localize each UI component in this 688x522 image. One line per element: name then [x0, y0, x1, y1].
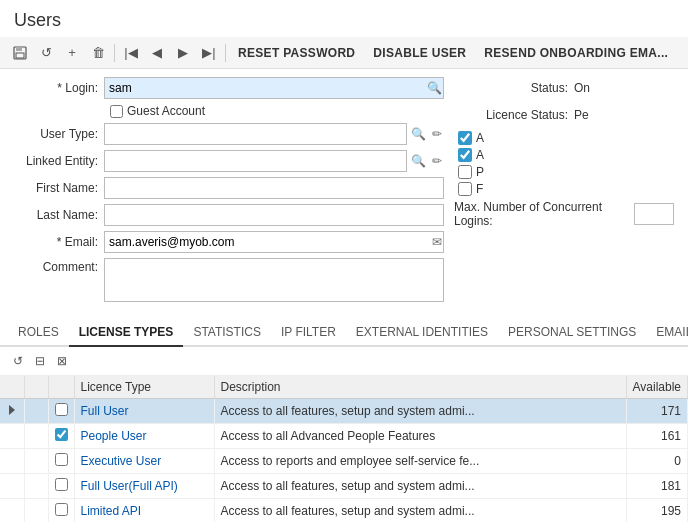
- delete-button[interactable]: 🗑: [86, 41, 110, 64]
- last-name-input[interactable]: [104, 204, 444, 226]
- row-avail-2: 0: [626, 449, 687, 474]
- status-label: Status:: [454, 81, 574, 95]
- table-row[interactable]: People UserAccess to all Advanced People…: [0, 424, 688, 449]
- concurrent-row: Max. Number of Concurrent Logins:: [454, 200, 674, 228]
- add-button[interactable]: +: [60, 41, 84, 64]
- licence-table: Licence Type Description Available Full …: [0, 376, 688, 522]
- save-layout-button[interactable]: ⊟: [30, 351, 50, 371]
- comment-input[interactable]: [104, 258, 444, 302]
- checkbox-3[interactable]: [458, 182, 472, 196]
- row-checkbox-0[interactable]: [55, 403, 68, 416]
- checkbox-label-3: F: [476, 182, 483, 196]
- row-checkbox-1[interactable]: [55, 428, 68, 441]
- checkboxes-area: A A P F: [454, 131, 674, 196]
- licence-name-link[interactable]: Full User: [81, 404, 129, 418]
- tab-email-acco[interactable]: EMAIL ACCO...: [646, 319, 688, 347]
- row-empty-0: [24, 399, 48, 424]
- row-desc-4: Access to all features, setup and system…: [214, 499, 626, 523]
- licence-name-link[interactable]: Limited API: [81, 504, 142, 518]
- tab-license-types[interactable]: LICENSE TYPES: [69, 319, 184, 347]
- user-type-edit-btn[interactable]: ✏: [430, 126, 444, 142]
- prev-button[interactable]: ◀: [145, 41, 169, 64]
- table-row[interactable]: Full UserAccess to all features, setup a…: [0, 399, 688, 424]
- tab-statistics[interactable]: STATISTICS: [183, 319, 271, 347]
- licence-name-link[interactable]: People User: [81, 429, 147, 443]
- guest-account-checkbox[interactable]: [110, 105, 123, 118]
- table-row[interactable]: Executive UserAccess to reports and empl…: [0, 449, 688, 474]
- refresh-button[interactable]: ↺: [8, 351, 28, 371]
- col-header-avail: Available: [626, 376, 687, 399]
- user-type-input[interactable]: [104, 123, 407, 145]
- tab-ip-filter[interactable]: IP FILTER: [271, 319, 346, 347]
- licence-name-link[interactable]: Full User(Full API): [81, 479, 178, 493]
- col-header-desc: Description: [214, 376, 626, 399]
- tab-external-identities[interactable]: EXTERNAL IDENTITIES: [346, 319, 498, 347]
- checkbox-row-3: F: [458, 182, 674, 196]
- disable-user-button[interactable]: DISABLE USER: [365, 42, 474, 64]
- col-header-arrow: [24, 376, 48, 399]
- row-type-4[interactable]: Limited API: [74, 499, 214, 523]
- row-checkbox-4[interactable]: [55, 503, 68, 516]
- concurrent-label: Max. Number of Concurrent Logins:: [454, 200, 634, 228]
- save-button[interactable]: [8, 42, 32, 64]
- licence-name-link[interactable]: Executive User: [81, 454, 162, 468]
- status-row: Status: On: [454, 77, 674, 99]
- table-row[interactable]: Limited APIAccess to all features, setup…: [0, 499, 688, 523]
- first-name-input[interactable]: [104, 177, 444, 199]
- row-empty-2: [24, 449, 48, 474]
- col-header-checkbox: [48, 376, 74, 399]
- user-type-input-wrapper: 🔍 ✏: [104, 123, 444, 145]
- table-row[interactable]: Full User(Full API)Access to all feature…: [0, 474, 688, 499]
- row-arrow-2: [0, 449, 24, 474]
- linked-entity-label: Linked Entity:: [14, 154, 104, 168]
- row-checkbox-3[interactable]: [55, 478, 68, 491]
- checkbox-label-1: A: [476, 148, 484, 162]
- linked-entity-search-btn[interactable]: 🔍: [409, 153, 428, 169]
- sub-toolbar: ↺ ⊟ ⊠: [0, 347, 688, 376]
- checkbox-2[interactable]: [458, 165, 472, 179]
- separator2: [225, 44, 226, 62]
- svg-rect-2: [16, 53, 24, 58]
- last-name-label: Last Name:: [14, 208, 104, 222]
- col-header-check: [0, 376, 24, 399]
- search-icon[interactable]: 🔍: [427, 81, 442, 95]
- comment-label: Comment:: [14, 258, 104, 274]
- row-check-3: [48, 474, 74, 499]
- login-input[interactable]: [104, 77, 444, 99]
- row-type-3[interactable]: Full User(Full API): [74, 474, 214, 499]
- reset-password-button[interactable]: RESET PASSWORD: [230, 42, 363, 64]
- checkbox-0[interactable]: [458, 131, 472, 145]
- checkbox-row-1: A: [458, 148, 674, 162]
- tab-personal-settings[interactable]: PERSONAL SETTINGS: [498, 319, 646, 347]
- email-row: * Email: ✉: [14, 231, 444, 253]
- linked-entity-edit-btn[interactable]: ✏: [430, 153, 444, 169]
- checkbox-1[interactable]: [458, 148, 472, 162]
- concurrent-input[interactable]: [634, 203, 674, 225]
- login-label: * Login:: [14, 81, 104, 95]
- licence-status-row: Licence Status: Pe: [454, 104, 674, 126]
- user-type-search-btn[interactable]: 🔍: [409, 126, 428, 142]
- licence-status-label: Licence Status:: [454, 108, 574, 122]
- row-check-4: [48, 499, 74, 523]
- linked-entity-input[interactable]: [104, 150, 407, 172]
- row-avail-0: 171: [626, 399, 687, 424]
- row-checkbox-2[interactable]: [55, 453, 68, 466]
- tab-roles[interactable]: ROLES: [8, 319, 69, 347]
- row-arrow-3: [0, 474, 24, 499]
- row-empty-1: [24, 424, 48, 449]
- email-input[interactable]: [104, 231, 444, 253]
- licence-status-value: Pe: [574, 108, 589, 122]
- first-name-row: First Name:: [14, 177, 444, 199]
- last-button[interactable]: ▶|: [197, 41, 221, 64]
- row-type-0[interactable]: Full User: [74, 399, 214, 424]
- row-type-1[interactable]: People User: [74, 424, 214, 449]
- undo-button[interactable]: ↺: [34, 41, 58, 64]
- first-name-label: First Name:: [14, 181, 104, 195]
- first-button[interactable]: |◀: [119, 41, 143, 64]
- email-icon: ✉: [432, 235, 442, 249]
- row-check-2: [48, 449, 74, 474]
- next-button[interactable]: ▶: [171, 41, 195, 64]
- row-type-2[interactable]: Executive User: [74, 449, 214, 474]
- resend-onboarding-button[interactable]: RESEND ONBOARDING EMA...: [476, 42, 676, 64]
- reset-layout-button[interactable]: ⊠: [52, 351, 72, 371]
